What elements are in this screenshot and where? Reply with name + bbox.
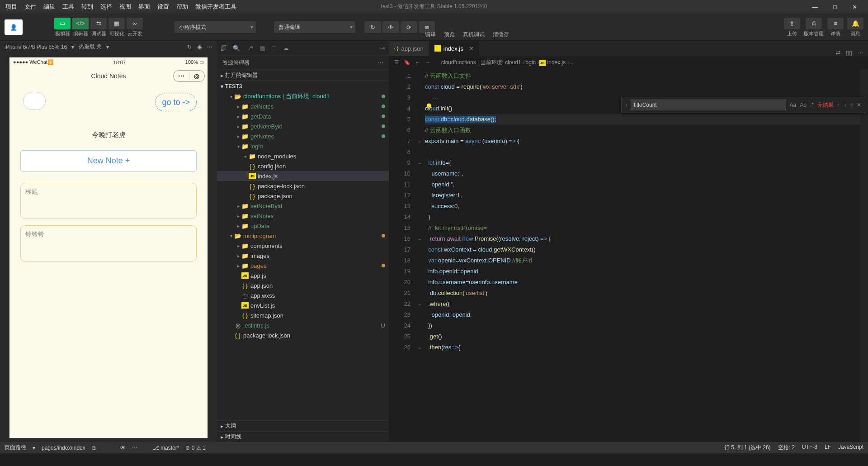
editor-button[interactable]: </> (72, 18, 89, 29)
files-icon[interactable]: 🗐 (221, 45, 226, 52)
compile-dropdown[interactable]: 普通编译 (274, 21, 355, 33)
tree-item[interactable]: ▸ 📁 getData (217, 111, 389, 121)
grid-icon[interactable]: ▦ (259, 45, 265, 52)
mode-dropdown[interactable]: 小程序模式 (175, 21, 256, 33)
match-case-icon[interactable]: Aa (790, 102, 797, 108)
tree-item[interactable]: ▾ 📂 cloudfunctions | 当前环境: cloud1 (217, 91, 389, 101)
visual-button[interactable]: ▦ (108, 18, 125, 29)
find-filter-icon[interactable]: ≡ (850, 102, 853, 108)
tree-item[interactable]: { } package-lock.json (217, 181, 389, 191)
menu-item[interactable]: 编辑 (40, 3, 59, 11)
status-item[interactable]: 行 5, 列 1 (选中 26) (724, 444, 771, 452)
menu-item[interactable]: 工具 (59, 3, 78, 11)
toolbar-right-button[interactable]: ⎙ (806, 18, 822, 29)
simulator-button[interactable]: ▭ (54, 18, 71, 29)
tree-item[interactable]: ▾ 📂 miniprogram (217, 231, 389, 241)
avatar-button[interactable]: 👤 (5, 19, 23, 35)
note-card[interactable]: 铃铃铃 (20, 225, 197, 262)
tree-item[interactable]: ▸ 📁 setNotes (217, 211, 389, 221)
tree-item[interactable]: JS app.js (217, 271, 389, 281)
git-branch[interactable]: ⎇ master* (153, 445, 179, 451)
list-icon[interactable]: ☰ (394, 59, 399, 66)
tree-item[interactable]: { } package-lock.json (217, 330, 389, 340)
more-icon[interactable]: ⋯ (207, 44, 212, 50)
explorer-more-icon[interactable]: ⋯ (378, 60, 383, 66)
collapse-icon[interactable]: ↦ (380, 45, 385, 52)
forward-icon[interactable]: → (425, 59, 430, 66)
status-more-icon[interactable]: ⋯ (132, 445, 137, 451)
menu-item[interactable]: 帮助 (173, 3, 192, 11)
tree-item[interactable]: { } package.json (217, 191, 389, 201)
page-path-value[interactable]: pages/index/index (42, 445, 85, 451)
toolbar-right-button[interactable]: ⇪ (784, 18, 800, 29)
capsule-button[interactable]: ⋯◎ (173, 70, 205, 82)
tree-item[interactable]: ◎ .eslintrc.js U (217, 320, 389, 330)
find-input[interactable] (631, 100, 786, 110)
note-card[interactable]: 标题 (20, 183, 197, 219)
menu-item[interactable]: 选择 (97, 3, 116, 11)
menu-item[interactable]: 项目 (2, 3, 21, 11)
tree-item[interactable]: ▸ 📁 getNoteByid (217, 121, 389, 131)
eye-icon[interactable]: 👁 (120, 445, 126, 451)
page-path-label[interactable]: 页面路径 (5, 444, 26, 452)
menu-item[interactable]: 转到 (78, 3, 97, 11)
crumb-item[interactable]: JSindex.js (539, 59, 566, 66)
status-item[interactable]: UTF-8 (802, 444, 817, 452)
tree-item[interactable]: ⬚ app.wxss (217, 290, 389, 300)
split-icon[interactable]: ▯▯ (846, 49, 852, 56)
record-icon[interactable]: ◉ (197, 44, 202, 50)
remote-debug-button[interactable]: ⟳ (401, 21, 417, 33)
compile-button[interactable]: ↻ (364, 21, 381, 33)
tree-item[interactable]: ▸ 📁 delNotes (217, 101, 389, 111)
preview-button[interactable]: 👁 (382, 21, 399, 33)
tab-close-icon[interactable]: ✕ (469, 45, 474, 52)
tree-item[interactable]: ▾ 📁 login (217, 141, 389, 151)
next-match-icon[interactable]: ↓ (844, 102, 846, 108)
goto-button[interactable]: go to -> (155, 94, 197, 111)
prev-match-icon[interactable]: ↑ (837, 102, 840, 108)
lightbulb-icon[interactable]: 💡 (425, 103, 433, 110)
tree-item[interactable]: ▸ 📁 components (217, 241, 389, 251)
outline-section[interactable]: ▸ 大纲 (217, 420, 389, 431)
minimap[interactable] (860, 69, 868, 442)
crumb-item[interactable]: ... (569, 59, 574, 66)
tree-item[interactable]: JS envList.js (217, 300, 389, 310)
status-item[interactable]: JavaScript (838, 444, 863, 452)
debugger-button[interactable]: ⇆ (90, 18, 107, 29)
code-editor[interactable]: // 云函数入口文件const cloud = require('wx-serv… (423, 69, 860, 442)
minimize-icon[interactable]: — (808, 4, 821, 10)
tree-item[interactable]: ▸ 📁 pages (217, 261, 389, 271)
search-icon[interactable]: 🔍 (233, 45, 240, 52)
opened-editors-section[interactable]: ▸ 打开的编辑器 (217, 70, 389, 81)
project-root[interactable]: ▾ TEST3 (217, 81, 389, 91)
copy-icon[interactable]: ⧉ (92, 445, 96, 451)
menu-item[interactable]: 设置 (154, 3, 173, 11)
tree-item[interactable]: ▸ 📁 upData (217, 221, 389, 231)
maximize-icon[interactable]: □ (830, 4, 840, 10)
timeline-section[interactable]: ▸ 时间线 (217, 431, 389, 442)
editor-tab[interactable]: { }app.json (389, 41, 429, 56)
tree-item[interactable]: ▸ 📁 setNoteByid (217, 201, 389, 211)
tree-item[interactable]: { } config.json (217, 161, 389, 171)
branch-icon[interactable]: ⎇ (246, 45, 253, 52)
find-expand-icon[interactable]: › (625, 102, 627, 108)
whole-word-icon[interactable]: Ab (800, 102, 807, 108)
box-icon[interactable]: ▢ (271, 45, 277, 52)
tree-item[interactable]: { } app.json (217, 281, 389, 290)
cloud-icon[interactable]: ☁ (283, 45, 289, 52)
find-close-icon[interactable]: ✕ (857, 102, 861, 108)
compare-icon[interactable]: ⇄ (835, 49, 840, 56)
close-icon[interactable]: ✕ (849, 4, 861, 10)
menu-item[interactable]: 微信开发者工具 (192, 3, 240, 11)
toolbar-right-button[interactable]: 🔔 (847, 18, 863, 29)
status-item[interactable]: 空格: 2 (778, 444, 795, 452)
device-selector[interactable]: iPhone 6/7/8 Plus 85% 16 (5, 44, 67, 50)
new-note-button[interactable]: New Note + (20, 150, 197, 172)
status-item[interactable]: LF (825, 444, 831, 452)
refresh-icon[interactable]: ↻ (187, 44, 192, 50)
regex-icon[interactable]: .* (810, 102, 814, 108)
tree-item[interactable]: JS index.js (217, 171, 389, 181)
toolbar-right-button[interactable]: ≡ (827, 18, 844, 29)
reload-toggle[interactable]: 热重载 关 (79, 43, 102, 51)
cloud-button[interactable]: ∞ (127, 18, 143, 29)
